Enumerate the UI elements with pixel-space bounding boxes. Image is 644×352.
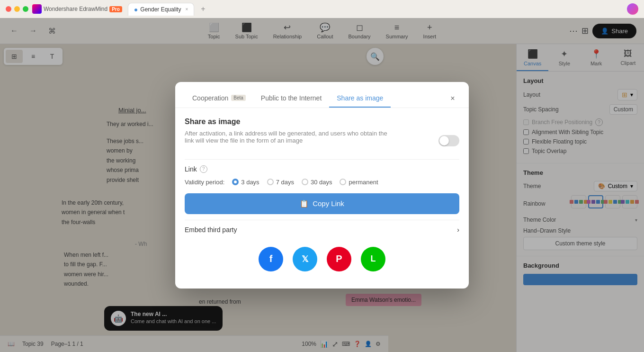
- share-modal: Cooperation Beta Public to the Internet …: [175, 82, 469, 289]
- pro-badge: Pro: [109, 6, 122, 12]
- pinterest-share-button[interactable]: P: [327, 247, 351, 271]
- share-image-label: Share as image: [337, 94, 383, 102]
- radio-permanent: [340, 179, 346, 185]
- modal-tabs: Cooperation Beta Public to the Internet …: [185, 90, 446, 108]
- validity-row: Validity period: 3 days 7 days 30 days p…: [185, 179, 459, 186]
- twitter-icon: 𝕏: [302, 254, 309, 264]
- maximize-window-button[interactable]: [23, 6, 28, 12]
- share-image-tab[interactable]: Share as image: [329, 90, 391, 108]
- close-window-button[interactable]: [6, 6, 11, 12]
- radio-7days: [267, 179, 274, 185]
- beta-badge: Beta: [231, 95, 246, 101]
- titlebar-right: [627, 3, 638, 15]
- option-30days-label: 30 days: [311, 179, 332, 186]
- radio-3days-checked: [232, 179, 239, 185]
- user-avatar[interactable]: [627, 3, 638, 15]
- app-brand: Wondershare EdrawMind Pro: [32, 4, 122, 14]
- tab-close-button[interactable]: ×: [185, 7, 188, 12]
- embed-label: Embed third party: [185, 226, 237, 234]
- modal-close-button[interactable]: ×: [446, 92, 459, 105]
- option-7days[interactable]: 7 days: [267, 179, 294, 186]
- validity-label: Validity period:: [185, 179, 224, 186]
- embed-third-party-row[interactable]: Embed third party ›: [185, 220, 459, 239]
- line-icon: L: [371, 254, 376, 264]
- minimize-window-button[interactable]: [14, 6, 20, 12]
- public-internet-tab[interactable]: Public to the Internet: [253, 90, 329, 108]
- radio-30days: [302, 179, 308, 185]
- cooperation-tab[interactable]: Cooperation Beta: [185, 90, 253, 108]
- share-description: After activation, a link address will be…: [185, 130, 393, 144]
- option-30days[interactable]: 30 days: [302, 179, 332, 186]
- titlebar: Wondershare EdrawMind Pro ● Gender Equal…: [0, 0, 644, 18]
- option-3days-label: 3 days: [241, 179, 259, 186]
- toggle-row: After activation, a link address will be…: [185, 130, 459, 152]
- modal-body: Share as image After activation, a link …: [175, 108, 469, 289]
- pinterest-icon: P: [336, 253, 342, 264]
- facebook-share-button[interactable]: f: [259, 247, 283, 271]
- link-row: Link ?: [185, 165, 459, 173]
- add-tab-button[interactable]: +: [201, 5, 205, 13]
- traffic-lights: [6, 6, 28, 12]
- option-7days-label: 7 days: [276, 179, 294, 186]
- copy-link-button[interactable]: 📋 Copy Link: [185, 193, 459, 214]
- option-permanent[interactable]: permanent: [340, 179, 378, 186]
- link-help-icon: ?: [200, 165, 207, 173]
- app-logo-icon: [32, 4, 42, 14]
- document-tab[interactable]: ● Gender Equality ×: [128, 3, 194, 16]
- line-share-button[interactable]: L: [361, 247, 385, 271]
- modal-overlay[interactable]: Cooperation Beta Public to the Internet …: [0, 18, 644, 352]
- copy-link-icon: 📋: [300, 199, 309, 208]
- cooperation-label: Cooperation: [192, 94, 228, 102]
- link-label: Link: [185, 165, 197, 173]
- copy-link-label: Copy Link: [313, 199, 344, 208]
- share-as-image-title: Share as image: [185, 117, 459, 126]
- modal-header: Cooperation Beta Public to the Internet …: [175, 82, 469, 108]
- public-label: Public to the Internet: [261, 94, 322, 102]
- toggle-knob: [439, 136, 449, 145]
- option-3days[interactable]: 3 days: [232, 179, 259, 186]
- app-name-label: Wondershare EdrawMind: [44, 6, 107, 12]
- social-share-row: f 𝕏 P L: [185, 239, 459, 279]
- divider-1: [185, 159, 459, 160]
- option-permanent-label: permanent: [349, 179, 378, 186]
- share-toggle[interactable]: [438, 135, 459, 146]
- document-title: Gender Equality: [140, 6, 181, 13]
- embed-chevron-icon: ›: [457, 226, 459, 234]
- facebook-icon: f: [269, 253, 273, 264]
- twitter-share-button[interactable]: 𝕏: [293, 247, 317, 271]
